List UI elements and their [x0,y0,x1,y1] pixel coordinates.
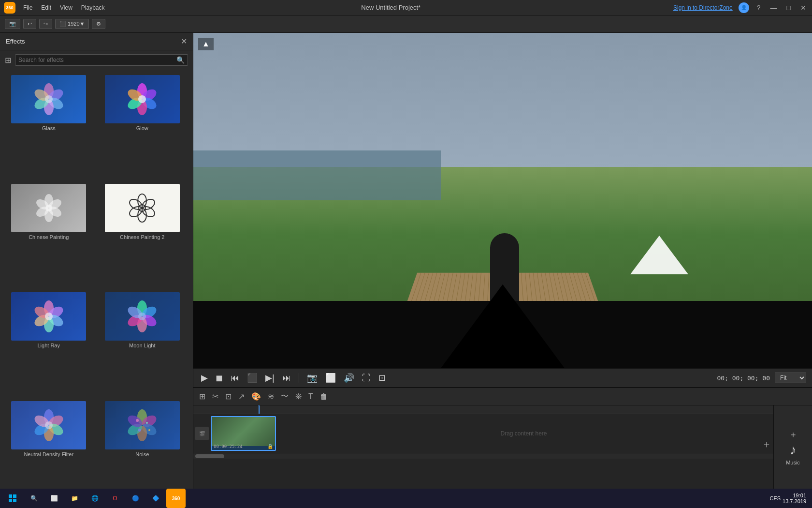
track-icon: 🎬 [195,427,209,440]
stop-button[interactable]: ◼ [214,372,225,384]
toolbar-settings[interactable]: ⚙ [92,19,105,29]
effect-item-light-ray[interactable]: Light Ray [3,290,95,397]
svg-point-55 [136,419,139,422]
app-logo: 360 [4,2,15,14]
timeline-multitrack-icon[interactable]: ≋ [266,391,276,402]
music-label: Music [786,460,800,465]
timeline-share-icon[interactable]: ↗ [236,391,246,402]
maximize-icon[interactable]: □ [785,4,793,12]
music-area[interactable]: ＋ ♪ Music [773,405,812,489]
effect-item-chinese-painting[interactable]: Chinese Painting [3,181,95,288]
effect-name-neutral: Neutral Density Filter [24,451,73,457]
svg-rect-60 [13,494,16,498]
video-clip[interactable]: 00:00:25:24 🔒 [211,416,276,451]
timecode-display: 00; 00; 00; 00 [717,374,770,382]
aspect-button[interactable]: ⊡ [377,372,388,384]
toolbar-resolution[interactable]: ⬛ 1920▼ [55,19,89,29]
menu-file[interactable]: File [19,2,36,13]
effect-name-glass: Glass [42,125,56,131]
clip-thumbnail [212,417,275,446]
preview-arrow[interactable]: ▲ [198,38,214,50]
svg-point-34 [45,313,53,320]
effect-item-chinese-painting-2[interactable]: Chinese Painting 2 [97,181,188,288]
effects-panel-title: Effects [6,38,25,45]
effect-name-chinese-painting-2: Chinese Painting 2 [120,234,164,240]
taskbar-ces: CES [769,495,781,501]
help-icon[interactable]: ? [755,4,763,12]
svg-rect-62 [13,499,16,502]
effect-name-moon-light: Moon Light [129,343,155,348]
svg-point-6 [45,95,53,103]
timeline-wave-icon[interactable]: 〜 [279,390,290,403]
start-button[interactable] [2,489,23,508]
svg-point-41 [138,313,146,320]
timeline-delete-icon[interactable]: 🗑 [318,391,330,402]
project-title: New Untitled Project* [361,4,420,11]
clip-timecode: 00:00:25:24 [214,444,243,449]
taskbar-time: 19:01 13.7.2019 [783,493,806,504]
effect-item-moon-light[interactable]: Moon Light [97,290,188,397]
menu-edit[interactable]: Edit [37,2,55,13]
svg-point-57 [138,429,141,432]
drag-content-area: Drag content here [276,430,771,437]
prev-frame-button[interactable]: ⏮ [229,372,241,384]
mark-in-button[interactable]: ⬛ [245,372,260,384]
timeline-cut-icon[interactable]: ✂ [210,391,220,402]
effect-name-chinese-painting: Chinese Painting [29,234,69,240]
timeline-copy-icon[interactable]: ⊡ [223,391,233,402]
signin-link[interactable]: Sign in to DirectorZone [673,4,733,11]
minimize-icon[interactable]: — [768,4,779,12]
fit-select[interactable]: Fit 100% 50% [775,373,806,383]
lock-icon: 🔒 [267,444,273,449]
toolbar-undo[interactable]: ↩ [23,19,36,29]
search-icon: 🔍 [176,56,185,64]
timeline-fx-icon[interactable]: ❊ [293,391,304,402]
taskbar-app[interactable]: 360 [166,489,186,508]
search-input[interactable] [18,57,176,63]
svg-point-20 [45,205,52,211]
timeline-add-icon[interactable]: ⊞ [197,391,207,402]
effect-item-glow[interactable]: Glow [97,73,188,179]
music-icon: ♪ [790,442,797,458]
timeline-scrollbar[interactable] [193,453,773,459]
effect-item-glass[interactable]: Glass [3,73,95,179]
effect-name-light-ray: Light Ray [38,343,60,348]
next-frame-button[interactable]: ⏭ [280,372,293,384]
svg-rect-59 [9,494,12,498]
fullscreen-button[interactable]: ⛶ [360,372,373,384]
taskbar-opera[interactable]: O [105,489,125,508]
timeline-text-icon[interactable]: T [306,391,315,402]
timeline-paint-icon[interactable]: 🎨 [249,391,263,402]
taskbar-task-view[interactable]: ⬜ [44,489,64,508]
play-button[interactable]: ▶ [199,372,210,384]
svg-point-56 [146,422,148,424]
effect-name-noise: Noise [135,451,149,457]
taskbar-file-explorer[interactable]: 📁 [65,489,84,508]
svg-point-13 [138,95,146,103]
play-special-button[interactable]: ▶| [263,372,276,384]
effects-grid-toggle[interactable]: ⊞ [5,56,11,65]
user-avatar[interactable]: 👤 [739,2,749,13]
add-clip-button[interactable]: ＋ [762,438,771,451]
toolbar-capture[interactable]: 📷 [5,19,20,29]
taskbar-edge[interactable]: 🔷 [146,489,165,508]
svg-point-48 [45,421,53,429]
toolbar-redo[interactable]: ↪ [39,19,52,29]
close-icon[interactable]: ✕ [798,4,808,12]
scrollbar-thumb[interactable] [195,454,224,458]
audio-button[interactable]: 🔊 [342,372,356,384]
snapshot-button[interactable]: 📷 [305,372,319,384]
svg-rect-61 [9,499,12,502]
taskbar-search[interactable]: 🔍 [24,489,44,508]
music-plus-icon: ＋ [789,429,798,440]
menu-playback[interactable]: Playback [77,2,109,13]
svg-point-58 [148,429,150,431]
effect-name-glow: Glow [136,125,148,131]
divider [299,373,299,383]
playhead [259,405,260,414]
taskbar-chrome[interactable]: 🔵 [126,489,145,508]
caption-button[interactable]: ⬜ [323,372,338,384]
menu-view[interactable]: View [56,2,76,13]
taskbar-browser[interactable]: 🌐 [85,489,104,508]
effects-close-button[interactable]: ✕ [181,37,187,46]
